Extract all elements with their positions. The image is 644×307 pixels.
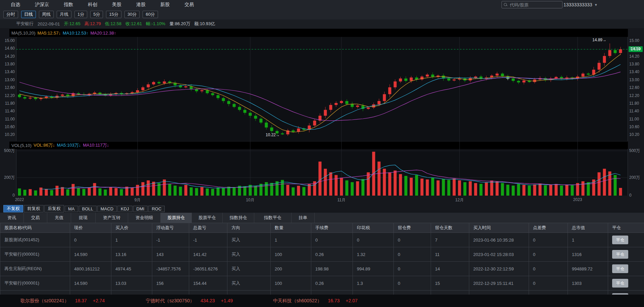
- cell-方向: 买入: [227, 233, 271, 247]
- cell-留仓天数: 11: [431, 247, 469, 262]
- cell-点差费: [529, 291, 568, 295]
- close-position-button[interactable]: 平仓: [612, 250, 628, 259]
- nav-item-6[interactable]: 新股: [153, 2, 177, 8]
- indicator-tab-MA[interactable]: MA: [65, 206, 78, 212]
- cell-总市值: 1: [568, 233, 608, 247]
- vol-axis-label: 500万: [629, 148, 640, 153]
- holdings-tab-bar: 资讯交易充值提现资产互转资金明细股票持仓股票平仓指数持仓指数平仓挂单: [0, 213, 644, 223]
- price-axis-label: 13.00: [0, 78, 15, 82]
- cell-现价: 14.590: [70, 247, 111, 262]
- timeframe-1分[interactable]: 1分: [74, 11, 87, 18]
- cell-股票名称/代码: 新股测试(001452): [0, 233, 70, 247]
- indicator-tab-不复权[interactable]: 不复权: [3, 205, 23, 212]
- ticker-item[interactable]: 歌尔股份（sz002241）18.37+2.74: [20, 298, 105, 304]
- indicator-tab-DMI[interactable]: DMI: [133, 206, 148, 212]
- tab-资产互转[interactable]: 资产互转: [96, 213, 128, 223]
- timeframe-分时[interactable]: 分时: [3, 11, 18, 18]
- timeframe-30分[interactable]: 30分: [124, 11, 140, 18]
- column-header-14: 平仓: [608, 223, 644, 233]
- nav-item-4[interactable]: 美股: [105, 2, 129, 8]
- timeframe-60分[interactable]: 60分: [143, 11, 158, 18]
- chart-region[interactable]: MA(5,10,20) MA5:12.57↓MA10:12.53↑MA20:12…: [0, 28, 644, 205]
- stock-name: 平安银行: [16, 21, 34, 27]
- cell-买入时间: 2022-12-30 22:12:59: [469, 262, 529, 276]
- indicator-tab-ROC[interactable]: ROC: [148, 206, 165, 212]
- cell-买入时间: 2022-12-29 15:11:41: [469, 276, 529, 291]
- column-header-5: 方向: [227, 223, 271, 233]
- ticker-item[interactable]: 中天科技（sh600522）16.73+2.07: [273, 298, 358, 304]
- vol-axis-label: 0: [629, 193, 632, 198]
- cell-浮动盈亏: 156: [152, 276, 189, 291]
- tab-充值[interactable]: 充值: [47, 213, 71, 223]
- nav-item-7[interactable]: 交易: [177, 2, 201, 8]
- price-axis-label: 12.20: [0, 93, 15, 98]
- timeframe-周线[interactable]: 周线: [39, 11, 54, 18]
- nav-item-1[interactable]: 沪深京: [28, 2, 56, 8]
- indicator-tab-MACD[interactable]: MACD: [97, 206, 117, 212]
- tab-股票平仓[interactable]: 股票平仓: [192, 213, 223, 223]
- tab-股票持仓[interactable]: 股票持仓: [161, 213, 192, 223]
- cell-close-action: 平仓: [608, 262, 644, 276]
- timeframe-月线[interactable]: 月线: [57, 11, 71, 18]
- x-axis-label: 9月: [135, 197, 141, 203]
- indicator-tab-BOLL[interactable]: BOLL: [79, 206, 97, 212]
- tab-资金明细[interactable]: 资金明细: [128, 213, 161, 223]
- ma-legend-title: MA(5,10,20): [11, 31, 36, 36]
- cell-方向: 买入: [227, 291, 271, 295]
- cell-印花税: 1.32: [353, 247, 394, 262]
- indicator-tab-KDJ[interactable]: KDJ: [117, 206, 132, 212]
- cell-留仓天数: 15: [431, 276, 469, 291]
- table-row: 平安银行(000001)14.59013.16143141.42买入1000.2…: [0, 247, 644, 262]
- cell-印花税: 0: [353, 233, 394, 247]
- nav-item-3[interactable]: 科创: [80, 2, 105, 8]
- column-header-0: 股票名称/代码: [0, 223, 70, 233]
- cell-现价: [70, 291, 111, 295]
- cell-总盈亏: -36051.6276: [189, 262, 227, 276]
- nav-item-0[interactable]: 自选: [3, 2, 28, 8]
- close-position-button[interactable]: 平仓: [612, 264, 628, 273]
- cell-数量: [271, 291, 311, 295]
- timeframe-日线[interactable]: 日线: [21, 11, 36, 18]
- account-menu[interactable]: 13333333333 ▼: [564, 0, 598, 9]
- cell-现价: 14.590: [70, 276, 111, 291]
- tab-指数平仓[interactable]: 指数平仓: [254, 213, 291, 223]
- nav-item-5[interactable]: 港股: [129, 2, 153, 8]
- cell-浮动盈亏: -34857.7576: [152, 262, 189, 276]
- quote-field-5: 量:86.20万: [169, 21, 190, 27]
- cell-留仓费: 0: [394, 276, 431, 291]
- timeframe-15分[interactable]: 15分: [106, 11, 121, 18]
- tab-指数持仓[interactable]: 指数持仓: [223, 213, 254, 223]
- cell-点差费: 0: [529, 276, 568, 291]
- close-position-button[interactable]: 平仓: [612, 236, 628, 244]
- tab-提现[interactable]: 提现: [71, 213, 96, 223]
- ticker-item[interactable]: 宁德时代（sz300750）434.23+1.49: [146, 298, 233, 304]
- price-axis-label: 14.60: [629, 46, 639, 51]
- indicator-tab-后复权[interactable]: 后复权: [44, 205, 64, 212]
- vol-axis-label: 200万: [629, 175, 640, 180]
- tab-挂单[interactable]: 挂单: [291, 213, 315, 223]
- nav-item-2[interactable]: 指数: [56, 2, 80, 8]
- price-plot-area[interactable]: [16, 37, 628, 141]
- indicator-tab-bar: 不复权前复权后复权MABOLLMACDKDJDMIROC: [0, 205, 644, 213]
- indicator-tab-前复权[interactable]: 前复权: [24, 205, 44, 212]
- cell-股票名称/代码: 再生元制药(REGN): [0, 262, 70, 276]
- tab-资讯[interactable]: 资讯: [0, 213, 24, 223]
- volume-plot-area[interactable]: [16, 149, 628, 196]
- cell-买入价: 13.03: [111, 276, 152, 291]
- cell-点差费: 0: [529, 233, 568, 247]
- column-header-8: 印花税: [353, 223, 394, 233]
- tab-交易[interactable]: 交易: [24, 213, 47, 223]
- cell-数量: 1: [271, 233, 311, 247]
- quote-field-4: 幅:-1.10%: [146, 21, 165, 27]
- search-input[interactable]: [509, 2, 554, 8]
- cell-留仓费: 0: [394, 233, 431, 247]
- ma-legend-item-1: MA10:12.53↑: [63, 31, 89, 36]
- x-axis-label: 11月: [337, 197, 345, 203]
- vol-axis-label: 0: [0, 193, 15, 198]
- cell-方向: 买入: [227, 262, 271, 276]
- stock-search[interactable]: [501, 1, 562, 8]
- timeframe-5分[interactable]: 5分: [90, 11, 103, 18]
- column-header-1: 现价: [70, 223, 111, 233]
- cell-总盈亏: [189, 291, 227, 295]
- close-position-button[interactable]: 平仓: [612, 279, 628, 288]
